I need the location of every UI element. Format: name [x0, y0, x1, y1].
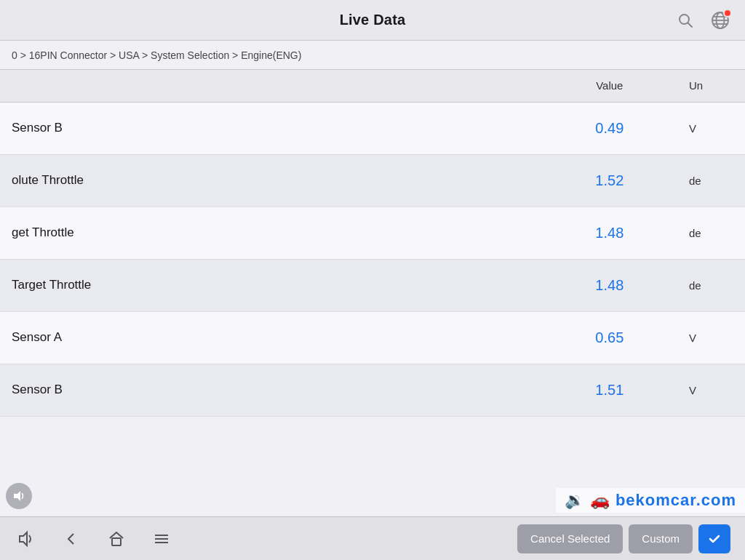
globe-icon[interactable] [707, 7, 733, 33]
table-header-row: Value Un [0, 70, 745, 102]
table-row: olute Throttle1.52de [0, 154, 745, 207]
volume-circle [6, 483, 32, 509]
nav-icons [15, 527, 173, 551]
svg-marker-7 [14, 491, 20, 501]
main-content: Value Un Sensor B0.49Volute Throttle1.52… [0, 70, 745, 516]
bottom-buttons: Cancel Selected Custom [517, 524, 730, 553]
back-icon[interactable] [60, 527, 83, 551]
cell-unit: V [677, 364, 745, 416]
cell-unit: V [677, 311, 745, 364]
cell-value: 1.48 [542, 207, 677, 259]
svg-marker-8 [20, 532, 27, 545]
cell-name: Sensor A [0, 311, 542, 364]
cell-value: 0.65 [542, 311, 677, 364]
cell-unit: de [677, 207, 745, 259]
custom-button[interactable]: Custom [629, 524, 693, 553]
page-title: Live Data [340, 12, 406, 28]
cell-unit: de [677, 154, 745, 207]
col-header-unit: Un [677, 70, 745, 102]
cancel-selected-button[interactable]: Cancel Selected [517, 524, 623, 553]
globe-badge [723, 9, 732, 17]
table-row: get Throttle1.48de [0, 207, 745, 259]
table-row: Sensor B0.49V [0, 102, 745, 154]
home-icon[interactable] [105, 527, 128, 551]
col-header-name [0, 70, 542, 102]
svg-rect-9 [112, 538, 121, 545]
cell-name: Sensor B [0, 364, 542, 416]
cell-unit: V [677, 102, 745, 154]
svg-line-1 [688, 23, 693, 27]
menu-icon[interactable] [150, 527, 173, 551]
cell-name: get Throttle [0, 207, 542, 259]
search-icon[interactable] [672, 7, 698, 33]
breadcrumb: 0 > 16PIN Connector > USA > System Selec… [0, 41, 745, 70]
cell-value: 1.51 [542, 364, 677, 416]
title-bar-icons [672, 7, 733, 33]
bottom-toolbar: Cancel Selected Custom [0, 516, 745, 560]
table-row: Sensor B1.51V [0, 364, 745, 416]
cell-name: olute Throttle [0, 154, 542, 207]
data-table: Value Un Sensor B0.49Volute Throttle1.52… [0, 70, 745, 417]
cell-name: Target Throttle [0, 259, 542, 311]
title-bar: Live Data [0, 0, 745, 41]
confirm-button[interactable] [698, 524, 730, 553]
cell-name: Sensor B [0, 102, 542, 154]
table-row: Sensor A0.65V [0, 311, 745, 364]
table-row: Target Throttle1.48de [0, 259, 745, 311]
cell-unit: de [677, 259, 745, 311]
cell-value: 0.49 [542, 102, 677, 154]
col-header-value: Value [542, 70, 677, 102]
cell-value: 1.48 [542, 259, 677, 311]
volume-icon[interactable] [15, 527, 38, 551]
cell-value: 1.52 [542, 154, 677, 207]
